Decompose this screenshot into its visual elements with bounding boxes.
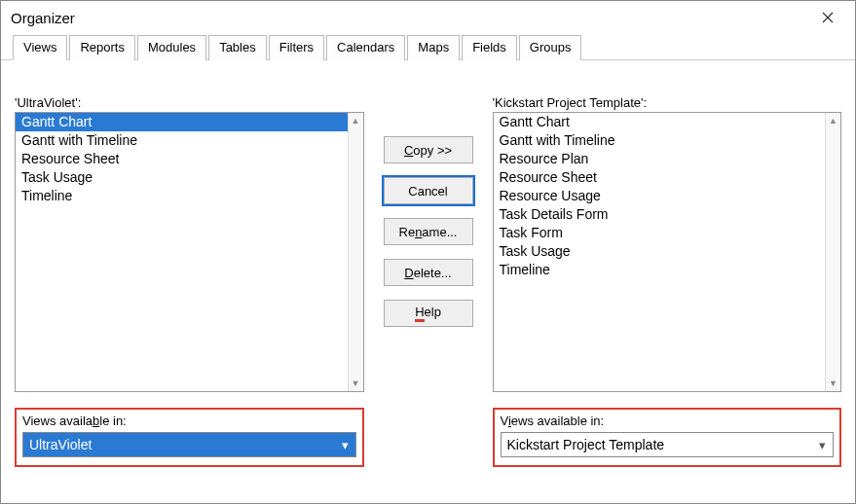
close-button[interactable] xyxy=(808,3,847,32)
tab-modules[interactable]: Modules xyxy=(137,35,206,60)
tab-maps[interactable]: Maps xyxy=(407,35,460,60)
close-icon xyxy=(822,12,834,23)
right-available-value: Kickstart Project Template xyxy=(502,437,812,452)
right-list-label: 'Kickstart Project Template': xyxy=(493,95,842,110)
list-item[interactable]: Resource Usage xyxy=(494,187,826,205)
tab-views[interactable]: Views xyxy=(13,35,67,60)
tab-groups[interactable]: Groups xyxy=(519,35,582,60)
right-highlight-annotation: Views available in: Kickstart Project Te… xyxy=(493,408,842,467)
chevron-down-icon: ▾ xyxy=(334,433,355,456)
list-item[interactable]: Gantt with Timeline xyxy=(16,131,348,150)
help-button[interactable]: Help xyxy=(384,300,473,327)
list-item[interactable]: Task Details Form xyxy=(494,205,826,224)
list-item[interactable]: Timeline xyxy=(494,261,826,279)
left-list-label: 'UltraViolet': xyxy=(15,95,364,110)
copy-button[interactable]: Copy >> xyxy=(384,136,473,163)
tab-row: ViewsReportsModulesTablesFiltersCalendar… xyxy=(1,34,855,60)
right-listbox[interactable]: Gantt ChartGantt with TimelineResource P… xyxy=(493,112,842,392)
list-item[interactable]: Gantt Chart xyxy=(16,113,348,131)
window-title: Organizer xyxy=(11,10,75,26)
right-available-combo[interactable]: Kickstart Project Template ▾ xyxy=(501,432,835,457)
list-item[interactable]: Task Form xyxy=(494,224,826,242)
tab-filters[interactable]: Filters xyxy=(269,35,324,60)
left-highlight-annotation: Views available in: UltraViolet ▾ xyxy=(15,408,364,467)
scrollbar[interactable]: ▲ ▼ xyxy=(348,113,363,391)
list-item[interactable]: Task Usage xyxy=(16,168,348,187)
delete-button[interactable]: Delete... xyxy=(384,259,473,286)
left-available-label: Views available in: xyxy=(22,414,356,428)
list-item[interactable]: Resource Sheet xyxy=(16,150,348,168)
tab-fields[interactable]: Fields xyxy=(462,35,517,60)
scrollbar[interactable]: ▲ ▼ xyxy=(825,113,840,391)
list-item[interactable]: Resource Plan xyxy=(494,150,826,168)
tab-calendars[interactable]: Calendars xyxy=(326,35,405,60)
scroll-up-icon: ▲ xyxy=(349,113,363,128)
scroll-down-icon: ▼ xyxy=(826,376,840,391)
left-listbox[interactable]: Gantt ChartGantt with TimelineResource S… xyxy=(15,112,364,392)
right-available-label: Views available in: xyxy=(501,414,835,428)
scroll-down-icon: ▼ xyxy=(349,376,363,391)
chevron-down-icon: ▾ xyxy=(811,433,833,456)
scroll-up-icon: ▲ xyxy=(826,113,840,128)
cancel-button[interactable]: Cancel xyxy=(384,177,473,204)
tab-reports[interactable]: Reports xyxy=(69,35,135,60)
left-available-value: UltraViolet xyxy=(23,437,334,452)
list-item[interactable]: Gantt with Timeline xyxy=(494,131,826,150)
tab-tables[interactable]: Tables xyxy=(208,35,267,60)
list-item[interactable]: Task Usage xyxy=(494,242,826,261)
rename-button[interactable]: Rename... xyxy=(384,218,473,245)
list-item[interactable]: Resource Sheet xyxy=(494,168,826,187)
left-available-combo[interactable]: UltraViolet ▾ xyxy=(22,432,356,457)
list-item[interactable]: Timeline xyxy=(16,187,348,205)
list-item[interactable]: Gantt Chart xyxy=(494,113,826,131)
